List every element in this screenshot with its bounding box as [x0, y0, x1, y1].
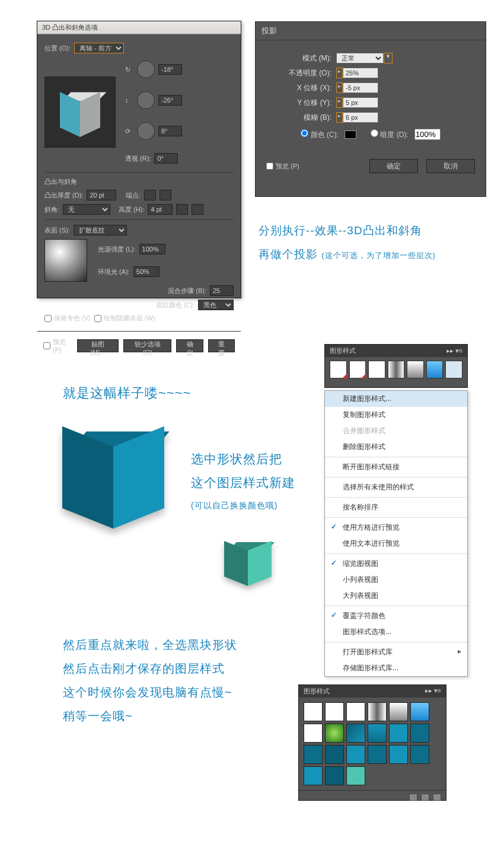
gs-swatch[interactable]	[346, 745, 365, 764]
ctx-item[interactable]: 存储图形样式库...	[325, 660, 467, 676]
shadow-ok-button[interactable]: 确定	[369, 159, 418, 173]
gs-swatch[interactable]	[368, 361, 385, 378]
sphere-preview[interactable]	[44, 239, 87, 282]
blend-input[interactable]	[210, 285, 234, 296]
gs-swatch[interactable]	[349, 361, 366, 378]
dial-x[interactable]	[137, 60, 155, 78]
depth-input[interactable]	[87, 190, 116, 200]
ctx-item[interactable]: 小列表视图	[325, 572, 467, 588]
ctx-item[interactable]: 覆盖字符颜色	[325, 608, 467, 624]
ctx-item[interactable]: 使用文本进行预览	[325, 536, 467, 552]
dark-radio[interactable]: 暗度 (D):	[371, 129, 409, 140]
gs-swatch[interactable]	[389, 745, 408, 764]
x-offset-label: X 位移 (X):	[266, 83, 331, 93]
dark-input[interactable]	[414, 129, 441, 140]
height-input[interactable]	[148, 204, 173, 215]
gs-swatch[interactable]	[325, 724, 344, 743]
gs-strip-title: 图形样式	[330, 346, 356, 355]
gs-swatch[interactable]	[346, 724, 365, 743]
mode-select[interactable]: 正常	[336, 53, 384, 63]
angle-z-input[interactable]	[158, 126, 182, 136]
delete-icon[interactable]	[433, 794, 441, 801]
angle-y-input[interactable]	[158, 95, 182, 106]
gs-swatch[interactable]	[346, 766, 365, 785]
gs-swatch[interactable]	[368, 724, 387, 743]
dial-z[interactable]	[137, 122, 155, 140]
ambient-input[interactable]	[133, 266, 160, 277]
perspective-label: 透视 (R):	[125, 154, 151, 163]
bevel-btn-b[interactable]	[192, 204, 203, 215]
light-input[interactable]	[139, 244, 165, 254]
bevel-select[interactable]: 无	[63, 204, 110, 215]
ambient-label: 环境光 (A):	[98, 268, 130, 276]
gs-swatch[interactable]	[410, 745, 429, 764]
ctx-item[interactable]: 删除图形样式	[325, 439, 467, 455]
break-link-icon[interactable]	[409, 794, 417, 801]
gs-swatch[interactable]	[346, 702, 365, 721]
perspective-input[interactable]	[154, 153, 178, 164]
gs-swatch[interactable]	[304, 702, 323, 721]
gs-swatch[interactable]	[410, 702, 429, 721]
ok-button[interactable]: 确定	[176, 339, 203, 352]
map-button[interactable]: 贴图 (M)...	[77, 339, 119, 352]
gs-swatch[interactable]	[368, 745, 387, 764]
dial-y[interactable]	[137, 91, 155, 109]
ctx-item[interactable]: 打开图形样式库	[325, 644, 467, 660]
ctx-item[interactable]: 复制图形样式	[325, 407, 467, 423]
ctx-item: 合并图形样式	[325, 423, 467, 439]
ctx-item[interactable]: 新建图形样式...	[325, 391, 467, 407]
gs-swatch[interactable]	[304, 766, 323, 785]
ctx-item[interactable]: 大列表视图	[325, 588, 467, 604]
gs-swatch[interactable]	[330, 361, 347, 378]
cube-preview[interactable]	[44, 77, 116, 148]
panel-menu-icon[interactable]: ▸▸ ▾≡	[446, 347, 462, 355]
gs-swatch[interactable]	[304, 724, 323, 743]
panel-menu-icon[interactable]: ▸▸ ▾≡	[425, 687, 441, 696]
bevel-btn-a[interactable]	[176, 204, 188, 215]
ctx-item[interactable]: 选择所有未使用的样式	[325, 479, 467, 495]
gs-swatch[interactable]	[325, 766, 344, 785]
preview-checkbox[interactable]: 预览 (P)	[43, 337, 72, 354]
gs-swatch[interactable]	[426, 361, 444, 378]
gs-swatch[interactable]	[389, 702, 408, 721]
note-4b: 这个图层样式新建	[191, 475, 295, 491]
opacity-input[interactable]	[343, 68, 378, 78]
ctx-item[interactable]: 断开图形样式链接	[325, 459, 467, 475]
gs-swatch[interactable]	[389, 724, 408, 743]
ctx-item[interactable]: 使用方格进行预览	[325, 520, 467, 536]
extrude-section-label: 凸出与斜角	[44, 177, 234, 186]
gs-swatch[interactable]	[445, 361, 462, 378]
surface-select[interactable]: 扩散底纹	[74, 225, 127, 235]
angle-x-input[interactable]	[158, 64, 182, 75]
gs-swatch[interactable]	[407, 361, 424, 378]
ctx-item[interactable]: 图形样式选项...	[325, 624, 467, 640]
position-select[interactable]: 离轴 - 前方	[74, 43, 124, 53]
less-options-button[interactable]: 较少选项 (O)	[123, 339, 171, 352]
ctx-item[interactable]: 按名称排序	[325, 499, 467, 515]
color-swatch[interactable]	[344, 130, 356, 139]
x-offset-input[interactable]	[343, 82, 378, 93]
gs-swatch[interactable]	[325, 745, 344, 764]
gs-swatch[interactable]	[325, 702, 344, 721]
blur-input[interactable]	[343, 112, 378, 123]
gs-swatch[interactable]	[368, 702, 387, 721]
draw-hidden-checkbox[interactable]: 绘制隐藏表面 (W)	[94, 314, 155, 323]
new-style-icon[interactable]	[421, 794, 429, 801]
gs-swatch[interactable]	[410, 724, 429, 743]
y-offset-input[interactable]	[343, 97, 378, 108]
ctx-item[interactable]: 缩览图视图	[325, 556, 467, 572]
shade-select[interactable]: 黑色	[198, 300, 234, 310]
gs-swatch[interactable]	[304, 745, 323, 764]
depth-label: 凸出厚度 (D):	[44, 191, 83, 200]
note-5c: 这个时候你会发现电脑有点慢~	[63, 684, 232, 700]
shadow-cancel-button[interactable]: 取消	[426, 159, 475, 173]
shadow-preview-checkbox[interactable]: 预览 (P)	[266, 159, 299, 173]
preserve-spot-checkbox[interactable]: 保留专色 (V)	[44, 314, 91, 323]
color-radio[interactable]: 颜色 (C):	[301, 129, 339, 140]
dropdown-icon[interactable]: ▼	[384, 53, 393, 63]
reset-button[interactable]: 重置	[208, 339, 235, 352]
opacity-label: 不透明度 (O):	[266, 68, 331, 78]
gs-swatch[interactable]	[388, 361, 405, 378]
cap-on-button[interactable]	[144, 190, 156, 200]
cap-off-button[interactable]	[160, 190, 171, 200]
